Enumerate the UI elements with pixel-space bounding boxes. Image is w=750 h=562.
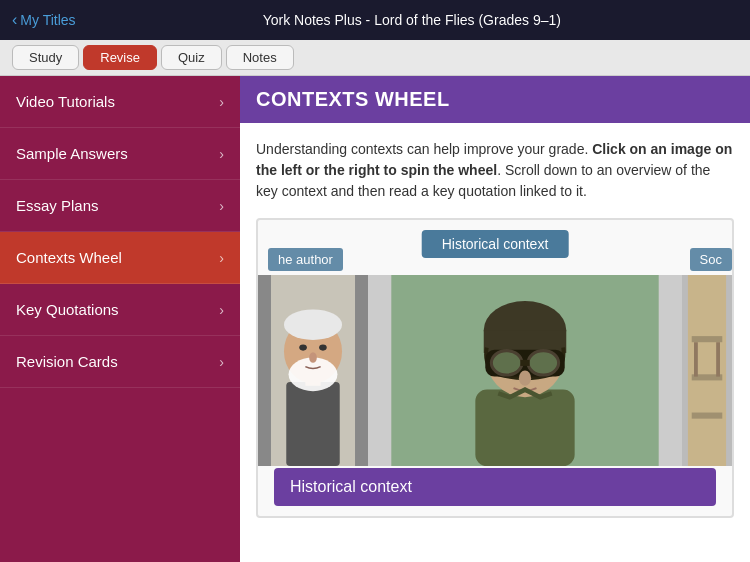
sidebar-label-contexts-wheel: Contexts Wheel bbox=[16, 249, 122, 266]
chevron-right-icon: › bbox=[219, 146, 224, 162]
sidebar-item-key-quotations[interactable]: Key Quotations › bbox=[0, 284, 240, 336]
svg-point-7 bbox=[319, 345, 327, 351]
svg-rect-27 bbox=[716, 342, 720, 376]
svg-rect-1 bbox=[286, 382, 339, 466]
wheel-right-label[interactable]: Soc bbox=[690, 248, 732, 271]
sidebar-label-essay-plans: Essay Plans bbox=[16, 197, 99, 214]
intro-text: Understanding contexts can help improve … bbox=[256, 141, 592, 157]
sidebar-item-revision-cards[interactable]: Revision Cards › bbox=[0, 336, 240, 388]
svg-rect-23 bbox=[692, 336, 723, 342]
back-button[interactable]: ‹ My Titles bbox=[12, 11, 76, 29]
back-chevron-icon: ‹ bbox=[12, 11, 17, 29]
content-header: CONTEXTS WHEEL bbox=[240, 76, 750, 123]
chevron-right-icon: › bbox=[219, 94, 224, 110]
svg-rect-22 bbox=[688, 275, 726, 466]
sidebar-item-video-tutorials[interactable]: Video Tutorials › bbox=[0, 76, 240, 128]
svg-rect-20 bbox=[520, 360, 529, 366]
wheel-bottom-label: Historical context bbox=[274, 468, 716, 506]
svg-rect-14 bbox=[484, 330, 567, 353]
chevron-right-icon: › bbox=[219, 250, 224, 266]
sidebar: Video Tutorials › Sample Answers › Essay… bbox=[0, 76, 240, 562]
back-label: My Titles bbox=[20, 12, 75, 28]
sidebar-label-video-tutorials: Video Tutorials bbox=[16, 93, 115, 110]
svg-rect-10 bbox=[475, 390, 574, 466]
wheel-image-historical[interactable] bbox=[368, 275, 682, 466]
author-image-svg bbox=[258, 275, 368, 466]
pilot-image-svg bbox=[368, 275, 682, 466]
contexts-wheel[interactable]: Historical context he author Soc bbox=[256, 218, 734, 518]
sidebar-item-essay-plans[interactable]: Essay Plans › bbox=[0, 180, 240, 232]
tab-study[interactable]: Study bbox=[12, 45, 79, 70]
tab-bar: Study Revise Quiz Notes bbox=[0, 40, 750, 76]
chevron-right-icon: › bbox=[219, 302, 224, 318]
app-title: York Notes Plus - Lord of the Flies (Gra… bbox=[86, 12, 738, 28]
svg-point-5 bbox=[284, 309, 342, 340]
sidebar-item-contexts-wheel[interactable]: Contexts Wheel › bbox=[0, 232, 240, 284]
main-layout: Video Tutorials › Sample Answers › Essay… bbox=[0, 76, 750, 562]
svg-rect-25 bbox=[692, 413, 723, 419]
svg-point-8 bbox=[309, 352, 317, 363]
wheel-left-label[interactable]: he author bbox=[268, 248, 343, 271]
sidebar-label-revision-cards: Revision Cards bbox=[16, 353, 118, 370]
sidebar-label-key-quotations: Key Quotations bbox=[16, 301, 119, 318]
tab-revise[interactable]: Revise bbox=[83, 45, 157, 70]
content-title: CONTEXTS WHEEL bbox=[256, 88, 450, 110]
wheel-image-author[interactable] bbox=[258, 275, 368, 466]
svg-point-21 bbox=[519, 371, 531, 386]
social-image-svg bbox=[682, 275, 732, 466]
content-body: Understanding contexts can help improve … bbox=[240, 123, 750, 218]
svg-point-6 bbox=[299, 345, 307, 351]
wheel-image-social[interactable] bbox=[682, 275, 732, 466]
chevron-right-icon: › bbox=[219, 354, 224, 370]
sidebar-item-sample-answers[interactable]: Sample Answers › bbox=[0, 128, 240, 180]
tab-notes[interactable]: Notes bbox=[226, 45, 294, 70]
sidebar-label-sample-answers: Sample Answers bbox=[16, 145, 128, 162]
wheel-images bbox=[258, 275, 732, 466]
top-bar: ‹ My Titles York Notes Plus - Lord of th… bbox=[0, 0, 750, 40]
svg-rect-26 bbox=[694, 342, 698, 376]
content-area: CONTEXTS WHEEL Understanding contexts ca… bbox=[240, 76, 750, 562]
tab-quiz[interactable]: Quiz bbox=[161, 45, 222, 70]
wheel-top-label: Historical context bbox=[422, 230, 569, 258]
chevron-right-icon: › bbox=[219, 198, 224, 214]
